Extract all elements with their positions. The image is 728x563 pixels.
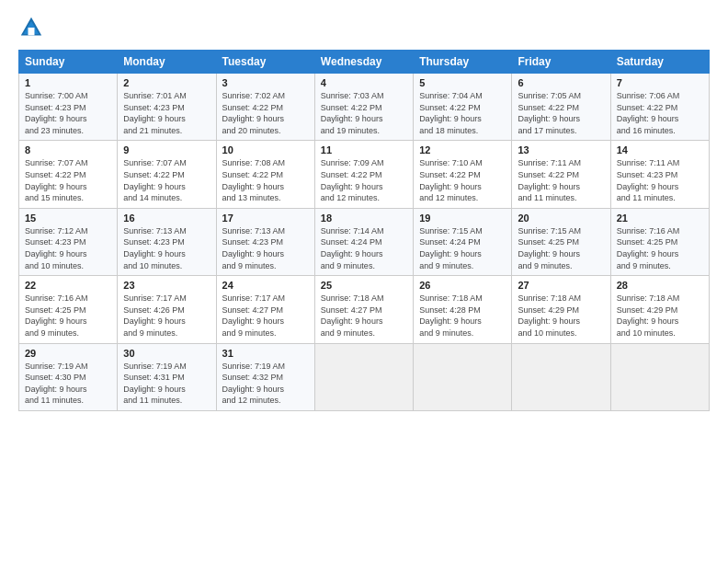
calendar-cell xyxy=(414,343,512,410)
header-day-saturday: Saturday xyxy=(610,51,709,74)
day-info: Sunrise: 7:17 AM Sunset: 4:27 PM Dayligh… xyxy=(222,293,309,339)
day-info: Sunrise: 7:13 AM Sunset: 4:23 PM Dayligh… xyxy=(123,225,210,271)
day-number: 10 xyxy=(222,144,309,155)
day-number: 27 xyxy=(518,280,604,291)
day-info: Sunrise: 7:01 AM Sunset: 4:23 PM Dayligh… xyxy=(123,90,210,136)
day-info: Sunrise: 7:12 AM Sunset: 4:23 PM Dayligh… xyxy=(25,225,111,271)
day-number: 12 xyxy=(419,144,506,155)
day-number: 26 xyxy=(419,280,506,291)
day-info: Sunrise: 7:18 AM Sunset: 4:27 PM Dayligh… xyxy=(321,293,407,339)
day-info: Sunrise: 7:14 AM Sunset: 4:24 PM Dayligh… xyxy=(321,225,407,271)
day-number: 2 xyxy=(123,77,210,88)
page: SundayMondayTuesdayWednesdayThursdayFrid… xyxy=(0,0,728,563)
week-row-3: 22Sunrise: 7:16 AM Sunset: 4:25 PM Dayli… xyxy=(19,276,710,343)
day-info: Sunrise: 7:15 AM Sunset: 4:25 PM Dayligh… xyxy=(518,225,604,271)
calendar-header: SundayMondayTuesdayWednesdayThursdayFrid… xyxy=(19,51,710,74)
calendar-cell: 15Sunrise: 7:12 AM Sunset: 4:23 PM Dayli… xyxy=(19,208,118,275)
day-info: Sunrise: 7:13 AM Sunset: 4:23 PM Dayligh… xyxy=(222,225,309,271)
day-info: Sunrise: 7:18 AM Sunset: 4:28 PM Dayligh… xyxy=(419,293,506,339)
calendar-cell: 20Sunrise: 7:15 AM Sunset: 4:25 PM Dayli… xyxy=(512,208,610,275)
calendar-cell: 31Sunrise: 7:19 AM Sunset: 4:32 PM Dayli… xyxy=(216,343,314,410)
header-day-monday: Monday xyxy=(118,51,216,74)
calendar-cell: 23Sunrise: 7:17 AM Sunset: 4:26 PM Dayli… xyxy=(118,276,216,343)
day-number: 31 xyxy=(222,348,309,359)
day-number: 8 xyxy=(25,144,111,155)
calendar-cell: 18Sunrise: 7:14 AM Sunset: 4:24 PM Dayli… xyxy=(314,208,413,275)
day-number: 13 xyxy=(518,144,604,155)
calendar-cell: 21Sunrise: 7:16 AM Sunset: 4:25 PM Dayli… xyxy=(610,208,709,275)
day-info: Sunrise: 7:05 AM Sunset: 4:22 PM Dayligh… xyxy=(518,90,604,136)
day-number: 30 xyxy=(123,348,210,359)
week-row-0: 1Sunrise: 7:00 AM Sunset: 4:23 PM Daylig… xyxy=(19,74,710,141)
day-info: Sunrise: 7:11 AM Sunset: 4:22 PM Dayligh… xyxy=(518,157,604,203)
day-info: Sunrise: 7:19 AM Sunset: 4:30 PM Dayligh… xyxy=(25,361,111,407)
day-info: Sunrise: 7:17 AM Sunset: 4:26 PM Dayligh… xyxy=(123,293,210,339)
day-number: 23 xyxy=(123,280,210,291)
calendar-cell xyxy=(314,343,413,410)
header xyxy=(18,15,710,40)
week-row-2: 15Sunrise: 7:12 AM Sunset: 4:23 PM Dayli… xyxy=(19,208,710,275)
calendar-cell: 14Sunrise: 7:11 AM Sunset: 4:23 PM Dayli… xyxy=(610,141,709,208)
day-number: 19 xyxy=(419,213,506,224)
day-number: 9 xyxy=(123,144,210,155)
day-number: 28 xyxy=(617,280,703,291)
calendar-table: SundayMondayTuesdayWednesdayThursdayFrid… xyxy=(18,50,710,411)
day-number: 29 xyxy=(25,348,111,359)
day-info: Sunrise: 7:18 AM Sunset: 4:29 PM Dayligh… xyxy=(617,293,703,339)
day-number: 21 xyxy=(617,213,703,224)
day-info: Sunrise: 7:11 AM Sunset: 4:23 PM Dayligh… xyxy=(617,157,703,203)
calendar-cell: 16Sunrise: 7:13 AM Sunset: 4:23 PM Dayli… xyxy=(118,208,216,275)
day-info: Sunrise: 7:16 AM Sunset: 4:25 PM Dayligh… xyxy=(617,225,703,271)
day-number: 22 xyxy=(25,280,111,291)
calendar-cell: 29Sunrise: 7:19 AM Sunset: 4:30 PM Dayli… xyxy=(19,343,118,410)
calendar-cell: 3Sunrise: 7:02 AM Sunset: 4:22 PM Daylig… xyxy=(216,74,314,141)
day-info: Sunrise: 7:04 AM Sunset: 4:22 PM Dayligh… xyxy=(419,90,506,136)
calendar-cell xyxy=(512,343,610,410)
day-number: 20 xyxy=(518,213,604,224)
day-info: Sunrise: 7:19 AM Sunset: 4:31 PM Dayligh… xyxy=(123,361,210,407)
calendar-cell xyxy=(610,343,709,410)
calendar-cell: 9Sunrise: 7:07 AM Sunset: 4:22 PM Daylig… xyxy=(118,141,216,208)
day-info: Sunrise: 7:10 AM Sunset: 4:22 PM Dayligh… xyxy=(419,157,506,203)
day-number: 25 xyxy=(321,280,407,291)
day-info: Sunrise: 7:19 AM Sunset: 4:32 PM Dayligh… xyxy=(222,361,309,407)
calendar-cell: 25Sunrise: 7:18 AM Sunset: 4:27 PM Dayli… xyxy=(314,276,413,343)
day-info: Sunrise: 7:18 AM Sunset: 4:29 PM Dayligh… xyxy=(518,293,604,339)
header-day-thursday: Thursday xyxy=(414,51,512,74)
day-number: 15 xyxy=(25,213,111,224)
day-number: 4 xyxy=(321,77,407,88)
calendar-cell: 13Sunrise: 7:11 AM Sunset: 4:22 PM Dayli… xyxy=(512,141,610,208)
day-number: 3 xyxy=(222,77,309,88)
day-info: Sunrise: 7:07 AM Sunset: 4:22 PM Dayligh… xyxy=(123,157,210,203)
day-number: 7 xyxy=(617,77,703,88)
day-info: Sunrise: 7:07 AM Sunset: 4:22 PM Dayligh… xyxy=(25,157,111,203)
day-number: 14 xyxy=(617,144,703,155)
week-row-1: 8Sunrise: 7:07 AM Sunset: 4:22 PM Daylig… xyxy=(19,141,710,208)
calendar-cell: 5Sunrise: 7:04 AM Sunset: 4:22 PM Daylig… xyxy=(414,74,512,141)
day-number: 11 xyxy=(321,144,407,155)
calendar-cell: 17Sunrise: 7:13 AM Sunset: 4:23 PM Dayli… xyxy=(216,208,314,275)
day-info: Sunrise: 7:03 AM Sunset: 4:22 PM Dayligh… xyxy=(321,90,407,136)
calendar-cell: 30Sunrise: 7:19 AM Sunset: 4:31 PM Dayli… xyxy=(118,343,216,410)
day-number: 1 xyxy=(25,77,111,88)
week-row-4: 29Sunrise: 7:19 AM Sunset: 4:30 PM Dayli… xyxy=(19,343,710,410)
day-info: Sunrise: 7:00 AM Sunset: 4:23 PM Dayligh… xyxy=(25,90,111,136)
logo-icon xyxy=(18,15,44,40)
day-number: 24 xyxy=(222,280,309,291)
header-day-friday: Friday xyxy=(512,51,610,74)
svg-rect-2 xyxy=(28,28,35,35)
calendar-body: 1Sunrise: 7:00 AM Sunset: 4:23 PM Daylig… xyxy=(19,74,710,411)
calendar-cell: 28Sunrise: 7:18 AM Sunset: 4:29 PM Dayli… xyxy=(610,276,709,343)
day-info: Sunrise: 7:09 AM Sunset: 4:22 PM Dayligh… xyxy=(321,157,407,203)
calendar-cell: 6Sunrise: 7:05 AM Sunset: 4:22 PM Daylig… xyxy=(512,74,610,141)
day-number: 16 xyxy=(123,213,210,224)
calendar-cell: 19Sunrise: 7:15 AM Sunset: 4:24 PM Dayli… xyxy=(414,208,512,275)
calendar-cell: 1Sunrise: 7:00 AM Sunset: 4:23 PM Daylig… xyxy=(19,74,118,141)
day-info: Sunrise: 7:16 AM Sunset: 4:25 PM Dayligh… xyxy=(25,293,111,339)
calendar-cell: 26Sunrise: 7:18 AM Sunset: 4:28 PM Dayli… xyxy=(414,276,512,343)
day-number: 17 xyxy=(222,213,309,224)
day-number: 18 xyxy=(321,213,407,224)
calendar-cell: 22Sunrise: 7:16 AM Sunset: 4:25 PM Dayli… xyxy=(19,276,118,343)
calendar-cell: 8Sunrise: 7:07 AM Sunset: 4:22 PM Daylig… xyxy=(19,141,118,208)
day-info: Sunrise: 7:08 AM Sunset: 4:22 PM Dayligh… xyxy=(222,157,309,203)
